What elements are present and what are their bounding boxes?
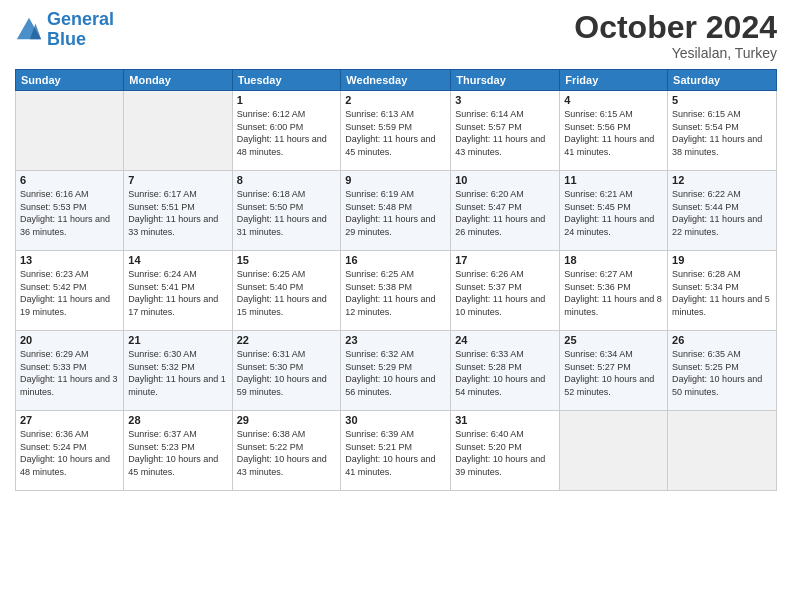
day-number: 24 [455, 334, 555, 346]
day-number: 5 [672, 94, 772, 106]
day-info: Sunrise: 6:25 AM Sunset: 5:40 PM Dayligh… [237, 268, 337, 318]
day-number: 19 [672, 254, 772, 266]
day-info: Sunrise: 6:35 AM Sunset: 5:25 PM Dayligh… [672, 348, 772, 398]
calendar-cell: 16Sunrise: 6:25 AM Sunset: 5:38 PM Dayli… [341, 251, 451, 331]
day-number: 3 [455, 94, 555, 106]
day-info: Sunrise: 6:21 AM Sunset: 5:45 PM Dayligh… [564, 188, 663, 238]
day-number: 20 [20, 334, 119, 346]
calendar-header: Sunday Monday Tuesday Wednesday Thursday… [16, 70, 777, 91]
day-number: 9 [345, 174, 446, 186]
col-sunday: Sunday [16, 70, 124, 91]
calendar-cell: 6Sunrise: 6:16 AM Sunset: 5:53 PM Daylig… [16, 171, 124, 251]
col-monday: Monday [124, 70, 232, 91]
day-info: Sunrise: 6:24 AM Sunset: 5:41 PM Dayligh… [128, 268, 227, 318]
calendar-cell: 8Sunrise: 6:18 AM Sunset: 5:50 PM Daylig… [232, 171, 341, 251]
day-info: Sunrise: 6:40 AM Sunset: 5:20 PM Dayligh… [455, 428, 555, 478]
day-info: Sunrise: 6:37 AM Sunset: 5:23 PM Dayligh… [128, 428, 227, 478]
day-number: 6 [20, 174, 119, 186]
calendar-cell: 17Sunrise: 6:26 AM Sunset: 5:37 PM Dayli… [451, 251, 560, 331]
title-block: October 2024 Yesilalan, Turkey [574, 10, 777, 61]
day-info: Sunrise: 6:15 AM Sunset: 5:54 PM Dayligh… [672, 108, 772, 158]
week-row-3: 13Sunrise: 6:23 AM Sunset: 5:42 PM Dayli… [16, 251, 777, 331]
page: General Blue October 2024 Yesilalan, Tur… [0, 0, 792, 612]
day-info: Sunrise: 6:29 AM Sunset: 5:33 PM Dayligh… [20, 348, 119, 398]
calendar-cell: 1Sunrise: 6:12 AM Sunset: 6:00 PM Daylig… [232, 91, 341, 171]
calendar-cell: 7Sunrise: 6:17 AM Sunset: 5:51 PM Daylig… [124, 171, 232, 251]
day-info: Sunrise: 6:38 AM Sunset: 5:22 PM Dayligh… [237, 428, 337, 478]
calendar-cell [124, 91, 232, 171]
week-row-4: 20Sunrise: 6:29 AM Sunset: 5:33 PM Dayli… [16, 331, 777, 411]
day-number: 8 [237, 174, 337, 186]
day-number: 30 [345, 414, 446, 426]
week-row-2: 6Sunrise: 6:16 AM Sunset: 5:53 PM Daylig… [16, 171, 777, 251]
day-number: 23 [345, 334, 446, 346]
calendar-cell: 19Sunrise: 6:28 AM Sunset: 5:34 PM Dayli… [668, 251, 777, 331]
day-number: 21 [128, 334, 227, 346]
day-number: 2 [345, 94, 446, 106]
day-number: 7 [128, 174, 227, 186]
day-info: Sunrise: 6:33 AM Sunset: 5:28 PM Dayligh… [455, 348, 555, 398]
calendar-cell: 29Sunrise: 6:38 AM Sunset: 5:22 PM Dayli… [232, 411, 341, 491]
day-info: Sunrise: 6:23 AM Sunset: 5:42 PM Dayligh… [20, 268, 119, 318]
day-number: 22 [237, 334, 337, 346]
logo: General Blue [15, 10, 114, 50]
day-number: 1 [237, 94, 337, 106]
day-info: Sunrise: 6:14 AM Sunset: 5:57 PM Dayligh… [455, 108, 555, 158]
day-info: Sunrise: 6:17 AM Sunset: 5:51 PM Dayligh… [128, 188, 227, 238]
day-number: 26 [672, 334, 772, 346]
calendar-cell: 28Sunrise: 6:37 AM Sunset: 5:23 PM Dayli… [124, 411, 232, 491]
day-info: Sunrise: 6:22 AM Sunset: 5:44 PM Dayligh… [672, 188, 772, 238]
day-info: Sunrise: 6:25 AM Sunset: 5:38 PM Dayligh… [345, 268, 446, 318]
day-info: Sunrise: 6:16 AM Sunset: 5:53 PM Dayligh… [20, 188, 119, 238]
col-friday: Friday [560, 70, 668, 91]
location-subtitle: Yesilalan, Turkey [574, 45, 777, 61]
calendar-cell: 21Sunrise: 6:30 AM Sunset: 5:32 PM Dayli… [124, 331, 232, 411]
calendar-cell: 30Sunrise: 6:39 AM Sunset: 5:21 PM Dayli… [341, 411, 451, 491]
day-info: Sunrise: 6:27 AM Sunset: 5:36 PM Dayligh… [564, 268, 663, 318]
day-number: 11 [564, 174, 663, 186]
day-info: Sunrise: 6:31 AM Sunset: 5:30 PM Dayligh… [237, 348, 337, 398]
week-row-1: 1Sunrise: 6:12 AM Sunset: 6:00 PM Daylig… [16, 91, 777, 171]
logo-line1: General [47, 9, 114, 29]
logo-text: General Blue [47, 10, 114, 50]
col-tuesday: Tuesday [232, 70, 341, 91]
day-number: 27 [20, 414, 119, 426]
day-info: Sunrise: 6:26 AM Sunset: 5:37 PM Dayligh… [455, 268, 555, 318]
col-thursday: Thursday [451, 70, 560, 91]
calendar-table: Sunday Monday Tuesday Wednesday Thursday… [15, 69, 777, 491]
month-title: October 2024 [574, 10, 777, 45]
calendar-cell [560, 411, 668, 491]
day-number: 31 [455, 414, 555, 426]
calendar-cell: 10Sunrise: 6:20 AM Sunset: 5:47 PM Dayli… [451, 171, 560, 251]
calendar-cell: 23Sunrise: 6:32 AM Sunset: 5:29 PM Dayli… [341, 331, 451, 411]
day-number: 17 [455, 254, 555, 266]
day-info: Sunrise: 6:34 AM Sunset: 5:27 PM Dayligh… [564, 348, 663, 398]
calendar-cell: 18Sunrise: 6:27 AM Sunset: 5:36 PM Dayli… [560, 251, 668, 331]
day-number: 12 [672, 174, 772, 186]
calendar-cell [668, 411, 777, 491]
calendar-cell: 11Sunrise: 6:21 AM Sunset: 5:45 PM Dayli… [560, 171, 668, 251]
day-number: 13 [20, 254, 119, 266]
calendar-cell: 2Sunrise: 6:13 AM Sunset: 5:59 PM Daylig… [341, 91, 451, 171]
week-row-5: 27Sunrise: 6:36 AM Sunset: 5:24 PM Dayli… [16, 411, 777, 491]
day-info: Sunrise: 6:13 AM Sunset: 5:59 PM Dayligh… [345, 108, 446, 158]
day-info: Sunrise: 6:32 AM Sunset: 5:29 PM Dayligh… [345, 348, 446, 398]
calendar-cell: 9Sunrise: 6:19 AM Sunset: 5:48 PM Daylig… [341, 171, 451, 251]
day-info: Sunrise: 6:39 AM Sunset: 5:21 PM Dayligh… [345, 428, 446, 478]
day-number: 15 [237, 254, 337, 266]
day-info: Sunrise: 6:28 AM Sunset: 5:34 PM Dayligh… [672, 268, 772, 318]
header-row: Sunday Monday Tuesday Wednesday Thursday… [16, 70, 777, 91]
calendar-cell: 12Sunrise: 6:22 AM Sunset: 5:44 PM Dayli… [668, 171, 777, 251]
calendar-cell: 15Sunrise: 6:25 AM Sunset: 5:40 PM Dayli… [232, 251, 341, 331]
calendar-cell: 4Sunrise: 6:15 AM Sunset: 5:56 PM Daylig… [560, 91, 668, 171]
day-number: 16 [345, 254, 446, 266]
col-wednesday: Wednesday [341, 70, 451, 91]
day-info: Sunrise: 6:20 AM Sunset: 5:47 PM Dayligh… [455, 188, 555, 238]
day-number: 28 [128, 414, 227, 426]
calendar-cell: 20Sunrise: 6:29 AM Sunset: 5:33 PM Dayli… [16, 331, 124, 411]
calendar-cell: 13Sunrise: 6:23 AM Sunset: 5:42 PM Dayli… [16, 251, 124, 331]
logo-line2: Blue [47, 29, 86, 49]
calendar-cell: 31Sunrise: 6:40 AM Sunset: 5:20 PM Dayli… [451, 411, 560, 491]
calendar-cell: 3Sunrise: 6:14 AM Sunset: 5:57 PM Daylig… [451, 91, 560, 171]
calendar-cell: 22Sunrise: 6:31 AM Sunset: 5:30 PM Dayli… [232, 331, 341, 411]
